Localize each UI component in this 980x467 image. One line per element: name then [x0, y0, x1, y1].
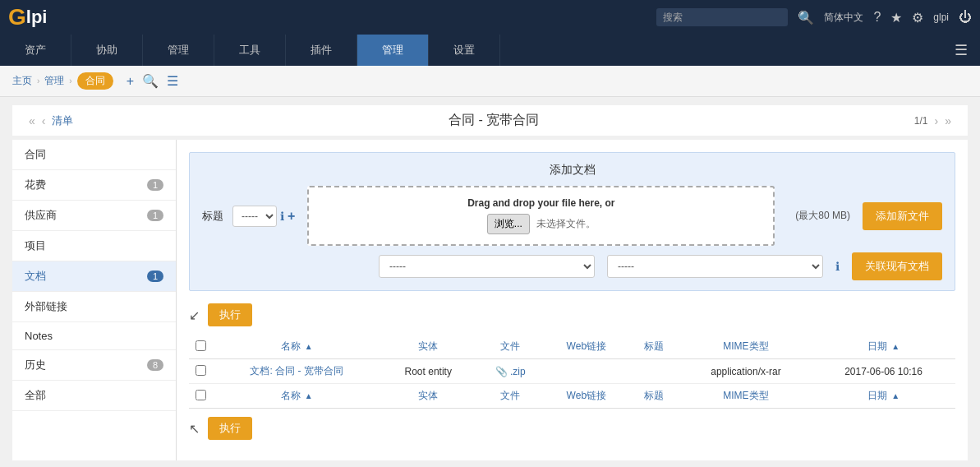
col-title[interactable]: 标题 — [628, 335, 680, 359]
footer-col-entity[interactable]: 实体 — [380, 384, 476, 409]
footer-col-title[interactable]: 标题 — [628, 384, 680, 409]
add-doc-title: 添加文档 — [202, 163, 942, 178]
col-weblink[interactable]: Web链接 — [545, 335, 628, 359]
sort-date: ▲ — [891, 342, 899, 351]
nav-bar: 资产 协助 管理 工具 插件 管理 设置 ☰ — [0, 35, 980, 66]
sidebar-badge-history: 8 — [147, 359, 163, 371]
page-nav-left: « ‹ 清单 — [29, 113, 73, 128]
right-panel: 添加文档 标题 ----- ℹ + — [177, 140, 968, 460]
main-content: « ‹ 清单 合同 - 宽带合同 1/1 › » 合同 花费 1 供应商 1 — [0, 97, 980, 467]
search-input[interactable] — [656, 8, 788, 26]
last-page-btn[interactable]: » — [945, 114, 951, 127]
first-page-btn[interactable]: « — [29, 114, 35, 127]
select-wrapper: ----- ℹ + — [232, 206, 295, 227]
execute-button-top[interactable]: 执行 — [208, 303, 252, 326]
add-new-file-button[interactable]: 添加新文件 — [863, 202, 942, 230]
row-checkbox[interactable] — [196, 365, 206, 376]
sort-name: ▲ — [305, 342, 313, 351]
logo-g: G — [8, 4, 26, 30]
list-link[interactable]: 清单 — [52, 113, 73, 128]
sidebar-item-expense[interactable]: 花费 1 — [12, 170, 176, 201]
col-mime[interactable]: MIME类型 — [680, 335, 812, 359]
arrow-up-icon: ↖ — [189, 421, 200, 437]
sidebar-label-document: 文档 — [25, 269, 46, 284]
select-all-checkbox[interactable] — [196, 340, 206, 351]
power-icon[interactable]: ⏻ — [959, 10, 972, 25]
add-icon[interactable]: + — [127, 74, 134, 89]
execute-button-bottom[interactable]: 执行 — [208, 417, 252, 440]
browse-button[interactable]: 浏览... — [487, 214, 530, 234]
nav-item-assets[interactable]: 资产 — [0, 35, 71, 66]
logo[interactable]: Glpi — [8, 4, 47, 30]
info-icon[interactable]: ℹ — [280, 210, 284, 223]
nav-item-tools[interactable]: 工具 — [214, 35, 286, 66]
col-entity[interactable]: 实体 — [380, 335, 476, 359]
title-label: 标题 — [202, 209, 223, 224]
doc-select-1[interactable]: ----- — [379, 255, 595, 278]
topbar: Glpi 🔍 简体中文 ? ★ ⚙ glpi ⏻ — [0, 0, 980, 35]
sidebar-label-notes: Notes — [25, 330, 53, 342]
sidebar-item-history[interactable]: 历史 8 — [12, 350, 176, 381]
breadcrumb-home[interactable]: 主页 — [12, 74, 32, 88]
username[interactable]: glpi — [933, 12, 949, 23]
table-body: 文档: 合同 - 宽带合同 Root entity 📎 .zip applica… — [189, 359, 955, 384]
file-drop-zone[interactable]: Drag and drop your file here, or 浏览... 未… — [307, 186, 775, 246]
help-icon[interactable]: ? — [873, 10, 881, 25]
nav-hamburger[interactable]: ☰ — [942, 35, 980, 66]
sidebar-label-expense: 花费 — [25, 178, 46, 192]
page-title: 合同 - 宽带合同 — [73, 112, 913, 129]
breadcrumb-actions: + 🔍 ☰ — [127, 73, 178, 89]
row-entity: Root entity — [380, 359, 476, 384]
link-existing-button[interactable]: 关联现有文档 — [852, 252, 942, 280]
footer-sort-name: ▲ — [305, 391, 313, 400]
add-doc-section: 添加文档 标题 ----- ℹ + — [189, 152, 955, 291]
sidebar-item-contract[interactable]: 合同 — [12, 140, 176, 170]
footer-col-file[interactable]: 文件 — [476, 384, 545, 409]
footer-sort-date: ▲ — [891, 391, 899, 400]
footer-col-weblink[interactable]: Web链接 — [545, 384, 628, 409]
sidebar-item-external-links[interactable]: 外部链接 — [12, 292, 176, 322]
search-icon[interactable]: 🔍 — [798, 10, 814, 25]
list-icon[interactable]: ☰ — [167, 73, 178, 89]
nav-item-plugins[interactable]: 插件 — [286, 35, 357, 66]
nav-item-manage1[interactable]: 管理 — [143, 35, 214, 66]
settings-icon[interactable]: ⚙ — [912, 10, 923, 25]
title-field-group: 标题 ----- ℹ + — [202, 206, 295, 227]
footer-checkbox[interactable] — [196, 390, 206, 400]
search-breadcrumb-icon[interactable]: 🔍 — [142, 73, 159, 89]
row-file[interactable]: 📎 .zip — [476, 359, 545, 384]
footer-col-name[interactable]: 名称 ▲ — [213, 384, 380, 409]
nav-item-manage2[interactable]: 管理 — [357, 35, 429, 66]
add-field-icon[interactable]: + — [288, 209, 295, 224]
col-name[interactable]: 名称 ▲ — [213, 335, 380, 359]
footer-col-mime[interactable]: MIME类型 — [680, 384, 812, 409]
row-name[interactable]: 文档: 合同 - 宽带合同 — [213, 359, 380, 384]
sidebar-label-all: 全部 — [25, 388, 46, 403]
next-page-btn[interactable]: › — [935, 114, 939, 127]
table-footer-row: 名称 ▲ 实体 文件 Web链接 标题 MIME类型 日期 ▲ — [189, 384, 955, 409]
prev-page-btn[interactable]: ‹ — [42, 114, 46, 127]
row-mime: application/x-rar — [680, 359, 812, 384]
col-date[interactable]: 日期 ▲ — [812, 335, 955, 359]
language-selector[interactable]: 简体中文 — [824, 11, 863, 25]
info-icon-2[interactable]: ℹ — [835, 260, 840, 273]
sidebar-item-all[interactable]: 全部 — [12, 381, 176, 411]
footer-col-date[interactable]: 日期 ▲ — [812, 384, 955, 409]
pagination: 1/1 — [914, 115, 928, 127]
nav-item-help[interactable]: 协助 — [71, 35, 143, 66]
document-table: 名称 ▲ 实体 文件 Web链接 标题 MIME类型 日期 ▲ 文档: — [189, 335, 955, 409]
nav-item-settings[interactable]: 设置 — [429, 35, 500, 66]
sidebar-item-supplier[interactable]: 供应商 1 — [12, 201, 176, 231]
col-file[interactable]: 文件 — [476, 335, 545, 359]
sidebar-label-history: 历史 — [25, 358, 46, 372]
breadcrumb-parent[interactable]: 管理 — [44, 74, 64, 88]
sidebar-item-document[interactable]: 文档 1 — [12, 261, 176, 292]
sidebar-item-notes[interactable]: Notes — [12, 322, 176, 350]
doc-select-2[interactable]: ----- — [607, 255, 823, 278]
title-select[interactable]: ----- — [232, 206, 277, 227]
sidebar-item-project[interactable]: 项目 — [12, 231, 176, 261]
file-input-area: 浏览... 未选择文件。 — [325, 214, 757, 234]
row-title — [628, 359, 680, 384]
bookmark-icon[interactable]: ★ — [890, 10, 902, 25]
file-link[interactable]: .zip — [510, 366, 526, 377]
